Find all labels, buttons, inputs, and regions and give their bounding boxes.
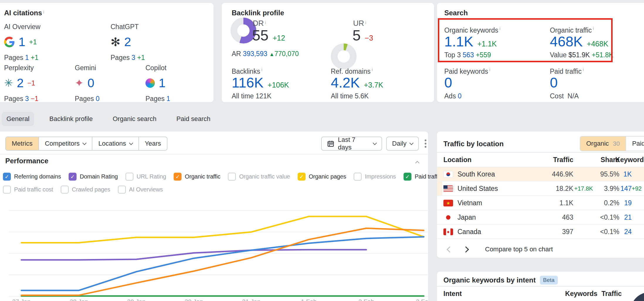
column-header-kw[interactable]: Keywords: [565, 290, 597, 298]
ref-domains-alltime: All time 5.6K: [331, 92, 369, 100]
info-icon[interactable]: i: [372, 67, 373, 72]
more-options-button[interactable]: [423, 138, 428, 149]
ai-citations-title: AI citationsi: [4, 9, 44, 17]
ai-citation-cell: Copilot 1 Pages 1: [145, 64, 216, 103]
info-icon[interactable]: i: [583, 67, 584, 72]
ai-source-label: Copilot: [145, 64, 216, 72]
backlinks-delta: +106K: [268, 81, 289, 89]
collapse-section-button[interactable]: [415, 161, 419, 165]
tab-backlink-profile[interactable]: Backlink profile: [45, 112, 97, 126]
chevron-down-icon: [409, 141, 413, 145]
compare-top5-link[interactable]: Compare top 5 on chart: [485, 245, 553, 253]
location-row-japan[interactable]: Japan 463 <0.1% 21: [437, 210, 644, 225]
metric-toggle-organic-pages[interactable]: ✓Organic pages: [298, 173, 346, 181]
metric-toggle-organic-traffic[interactable]: ✓Organic traffic: [174, 173, 220, 181]
toggle-organic[interactable]: Organic30: [580, 137, 626, 151]
share-value: 0.2%: [604, 199, 619, 207]
info-icon[interactable]: i: [265, 20, 266, 25]
ai-pages-line: Pages 3 +1: [111, 54, 181, 62]
column-header-location[interactable]: Location: [443, 156, 472, 164]
info-icon[interactable]: i: [261, 67, 262, 72]
ai-citations-value[interactable]: 0: [87, 76, 94, 90]
granularity-label: Daily: [392, 140, 406, 147]
info-icon[interactable]: i: [365, 20, 366, 25]
toggle-paid[interactable]: Paid0: [626, 137, 644, 151]
ai-citation-cell: ChatGPT ✻2 Pages 3 +1: [111, 23, 181, 62]
perplexity-icon: ✳: [4, 78, 13, 89]
share-value: 95.5%: [600, 170, 619, 178]
keywords-link[interactable]: 1K: [623, 170, 632, 178]
column-header-intent[interactable]: Intent: [443, 290, 462, 298]
metric-toggle-organic-traffic-value[interactable]: Organic traffic value: [228, 173, 290, 181]
location-row-canada[interactable]: Canada 397 <0.1% 24: [437, 225, 644, 239]
filter-metrics[interactable]: Metrics: [6, 137, 38, 150]
column-header-tr[interactable]: Traffic: [601, 290, 622, 298]
filter-years[interactable]: Years: [138, 137, 167, 150]
metric-toggle-referring-domains[interactable]: ✓Referring domains: [3, 173, 61, 181]
ai-citations-value[interactable]: 1: [159, 76, 165, 90]
cost-line: Cost N/A: [550, 92, 579, 100]
traffic-type-toggle: Organic30Paid0: [580, 136, 644, 151]
ai-citation-cell: AI Overview 1+1 Pages 1 +1: [4, 23, 74, 62]
google-icon: [4, 37, 15, 47]
tab-organic-search[interactable]: Organic search: [108, 112, 161, 126]
svg-text:2 Feb: 2 Feb: [358, 298, 374, 301]
svg-text:27 Jan: 27 Jan: [12, 298, 30, 301]
ref-domains-label: Ref. domainsi: [331, 67, 373, 75]
granularity-button[interactable]: Daily: [386, 137, 419, 151]
ai-citations-value[interactable]: 1: [18, 35, 25, 49]
metric-toggle-domain-rating[interactable]: ✓Domain Rating: [69, 173, 118, 181]
metric-toggle-url-rating[interactable]: URL Rating: [126, 173, 166, 181]
keywords-link[interactable]: 21: [624, 213, 632, 221]
chevron-down-icon: [373, 141, 377, 145]
ai-citations-value[interactable]: 2: [124, 35, 131, 49]
location-row-united-states[interactable]: United States 18.2K+17.8K 3.9% 147+92: [437, 181, 644, 196]
prev-page-button[interactable]: [447, 246, 453, 252]
svg-text:3 Feb: 3 Feb: [416, 298, 428, 301]
location-name: Japan: [457, 213, 476, 221]
info-icon[interactable]: i: [43, 9, 44, 14]
date-range-label: Last 7 days: [338, 136, 370, 151]
metric-toggle-impressions[interactable]: Impressions: [354, 173, 396, 181]
location-name: South Korea: [457, 170, 495, 178]
location-name: Canada: [457, 228, 481, 236]
date-range-button[interactable]: Last 7 days: [321, 137, 382, 151]
ai-citations-card: AI citationsi AI Overview 1+1 Pages 1 +1…: [0, 3, 213, 102]
filter-competitors[interactable]: Competitors: [38, 137, 92, 150]
ur-value: 5: [352, 27, 361, 44]
traffic-value: 1.1K: [560, 199, 573, 207]
chevron-down-icon: [82, 141, 87, 145]
flag-vn-icon: [443, 200, 453, 206]
metric-toggle-paid-traffic[interactable]: ✓Paid traffic: [404, 173, 442, 181]
ahrefs-rank-value[interactable]: 393,593: [243, 50, 267, 58]
backlinks-value[interactable]: 116K: [232, 75, 264, 91]
svg-text:31 Jan: 31 Jan: [242, 298, 260, 301]
traffic-delta: +17.8K: [574, 185, 593, 192]
keywords-link[interactable]: 147: [621, 185, 632, 193]
column-header-keywords[interactable]: Keywords: [615, 156, 644, 164]
paid-keywords-value[interactable]: 0: [444, 75, 452, 90]
ai-citation-cell: Gemini ✦0 Pages 0: [75, 64, 145, 103]
next-page-button[interactable]: [463, 246, 469, 252]
flag-us-icon: [443, 185, 453, 192]
tab-general[interactable]: General: [2, 112, 34, 126]
ref-domains-value[interactable]: 4.2K: [331, 75, 360, 91]
location-row-vietnam[interactable]: Vietnam 1.1K 0.2% 19: [437, 196, 644, 210]
divider: [437, 152, 644, 153]
traffic-value: 463: [562, 213, 573, 221]
divider: [437, 286, 644, 287]
location-row-south-korea[interactable]: South Korea 446.9K 95.5% 1K: [437, 167, 644, 181]
traffic-value: 446.9K: [552, 170, 573, 178]
filter-locations[interactable]: Locations: [92, 137, 138, 150]
tab-paid-search[interactable]: Paid search: [172, 112, 215, 126]
keywords-by-intent-title: Organic keywords by intent: [443, 276, 536, 284]
keywords-link[interactable]: 19: [624, 199, 632, 207]
ai-citations-value[interactable]: 2: [17, 76, 23, 90]
paid-traffic-value[interactable]: 0: [550, 75, 558, 90]
column-header-traffic[interactable]: Traffic: [553, 156, 573, 164]
keywords-link[interactable]: 24: [624, 228, 632, 236]
gemini-icon: ✦: [75, 78, 84, 89]
info-icon[interactable]: i: [489, 67, 490, 72]
paid-traffic-label: Paid traffici: [550, 67, 584, 75]
share-value: <0.1%: [600, 228, 619, 236]
